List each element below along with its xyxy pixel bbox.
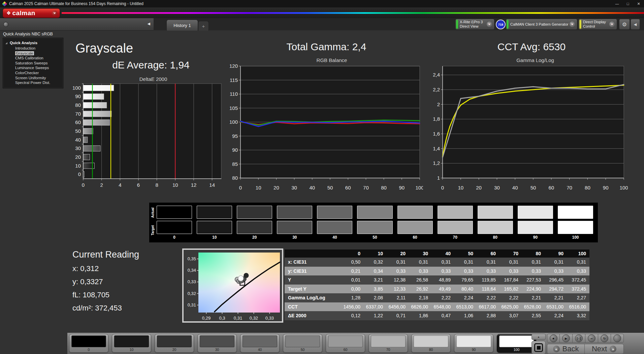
svg-text:50: 50 — [75, 128, 81, 134]
actual-swatch-80 — [478, 206, 513, 219]
tab-history-1[interactable]: History 1 — [166, 20, 198, 31]
minimize-icon[interactable]: — — [612, 0, 622, 7]
svg-text:85: 85 — [232, 161, 238, 167]
swatch-level-label: 30 — [277, 235, 312, 240]
sidebar-item-introduction[interactable]: Introduction — [3, 46, 63, 51]
actual-swatch-30 — [277, 206, 312, 219]
pattern-patch-20[interactable]: 20 — [155, 334, 194, 353]
next-button[interactable]: Next » — [585, 344, 624, 354]
pattern-patch-80[interactable]: 80 — [411, 334, 451, 353]
swatch-column-40: 40 — [317, 206, 352, 242]
add-tab-button[interactable]: + — [198, 21, 209, 31]
swatch-column-80: 80 — [478, 206, 513, 242]
current-reading-panel: Current Reading x: 0,312 y: 0,3327 fL: 1… — [72, 249, 139, 313]
indicator-button[interactable] — [611, 334, 624, 343]
swatch-column-60: 60 — [397, 206, 433, 242]
collapse-panel-icon[interactable]: ◀ — [631, 19, 640, 30]
loop-icon: ∞ — [588, 334, 595, 342]
svg-text:80: 80 — [232, 175, 238, 181]
meter-id-badge[interactable]: 718 — [496, 20, 506, 29]
swatch-level-label: 60 — [397, 235, 433, 240]
grayscale-data-table: 0102030405060708090100x: CIE310,500,320,… — [285, 249, 589, 320]
expander-icon[interactable] — [5, 42, 7, 44]
svg-text:10: 10 — [172, 182, 178, 188]
sidebar-item-screen-uniformity[interactable]: Screen Uniformity — [3, 76, 63, 81]
swatch-column-100: 100 — [558, 206, 593, 242]
maximize-icon[interactable]: □ — [622, 0, 633, 7]
actual-swatch-50 — [357, 206, 392, 219]
reading-cdm2: cd/m²: 372,453 — [72, 304, 139, 313]
svg-text:0,29: 0,29 — [202, 316, 211, 321]
close-icon[interactable]: ✕ — [633, 0, 644, 7]
current-reading-title: Current Reading — [72, 249, 139, 260]
swatch-column-90: 90 — [518, 206, 553, 242]
table-row: Target Y0,003,8512,3326,9249,4980,40118,… — [285, 285, 589, 294]
panel-collapse-icon[interactable]: ◀ — [148, 22, 150, 26]
pattern-generator-button[interactable]: CalMAN Client 3 Pattern Generator — [506, 19, 577, 30]
patch-window-button[interactable] — [532, 341, 546, 354]
pattern-patch-40[interactable]: 40 — [240, 334, 280, 353]
display-control-button[interactable]: Direct Display Control — [579, 19, 617, 30]
swatch-level-label: 10 — [197, 235, 232, 240]
sidebar-item-luminance-sweeps[interactable]: Luminance Sweeps — [3, 65, 63, 70]
stop-button[interactable]: ■ — [547, 334, 560, 343]
svg-text:0,34: 0,34 — [188, 268, 196, 273]
svg-text:0: 0 — [441, 185, 444, 190]
pattern-patch-60[interactable]: 60 — [326, 334, 365, 353]
pattern-patch-50[interactable]: 50 — [283, 334, 322, 353]
calman-menu-dropdown[interactable] — [52, 10, 57, 16]
target-swatch-50 — [357, 221, 392, 234]
sidebar-item-quick-analysis[interactable]: Quick Analysis — [3, 40, 63, 46]
pattern-patch-30[interactable]: 30 — [197, 334, 237, 353]
meter-status-bar — [456, 20, 458, 29]
back-button[interactable]: « Back — [547, 344, 585, 354]
meter-dropdown[interactable] — [487, 22, 492, 27]
sidebar-item-colorchecker[interactable]: ColorChecker — [3, 70, 63, 76]
display-control-dropdown[interactable] — [609, 22, 615, 27]
svg-text:4: 4 — [119, 182, 121, 188]
next-label: Next — [592, 345, 607, 353]
transport-controls: ■▶[··]∞↻ — [547, 334, 624, 343]
chart-title: RGB Balance — [224, 57, 423, 64]
cct-average-readout: CCT Avg: 6530 — [497, 41, 566, 53]
svg-text:100: 100 — [229, 119, 238, 125]
loop-button[interactable]: ∞ — [585, 334, 598, 343]
svg-text:0,33: 0,33 — [188, 279, 196, 284]
display-control-status-bar — [580, 20, 581, 29]
reading-y: y: 0,3327 — [72, 277, 139, 286]
refresh-button[interactable]: ↻ — [598, 334, 611, 343]
window-title: Calman 2025 Calman Ultimate for Business… — [9, 1, 143, 6]
pattern-patch-90[interactable]: 90 — [454, 334, 493, 353]
svg-text:0: 0 — [239, 185, 242, 190]
pattern-patch-0[interactable]: 0 — [69, 334, 108, 353]
calman-menu-button[interactable]: ❖ calman — [3, 8, 60, 18]
panel-pin-button[interactable] — [3, 22, 8, 27]
sidebar-item-grayscale[interactable]: Grayscale — [3, 51, 63, 56]
sidebar-item-cms-calibration[interactable]: CMS Calibration — [3, 56, 63, 61]
pattern-patch-100[interactable]: 100 — [497, 334, 536, 353]
actual-swatch-10 — [197, 206, 232, 219]
pattern-patch-70[interactable]: 70 — [368, 334, 408, 353]
tab-strip: ◀ History 1 + X-Rite i1Pro 3 Direct View… — [0, 18, 644, 30]
patch-size-up-button[interactable]: ▲ — [532, 334, 546, 340]
meter-device-button[interactable]: X-Rite i1Pro 3 Direct View — [455, 19, 494, 30]
play-button[interactable]: ▶ — [560, 334, 573, 343]
svg-text:80: 80 — [381, 185, 387, 190]
pattern-patch-10[interactable]: 10 — [112, 334, 151, 353]
chevron-down-icon — [488, 24, 491, 25]
swatch-level-label: 50 — [357, 235, 392, 240]
svg-text:70: 70 — [363, 185, 369, 190]
svg-text:0,33: 0,33 — [265, 316, 274, 321]
table-row: y: CIE310,210,340,330,330,330,330,330,33… — [285, 267, 589, 276]
sidebar-item-spectral-power-dist[interactable]: Spectral Power Dist. — [3, 80, 63, 85]
gamma-loglog-chart: Gamma Log/Log 11,21,41,61,822,22,4010203… — [426, 57, 628, 193]
pattern-window-button[interactable]: [··] — [573, 334, 585, 343]
pattern-generator-dropdown[interactable] — [570, 22, 575, 27]
sidebar-item-saturation-sweeps[interactable]: Saturation Sweeps — [3, 61, 63, 66]
chart-title: Gamma Log/Log — [426, 57, 628, 64]
svg-text:2: 2 — [100, 182, 103, 188]
target-swatch-30 — [277, 221, 312, 234]
settings-gear-icon[interactable]: ⚙ — [619, 19, 630, 30]
chevron-down-icon — [53, 12, 56, 14]
svg-text:110: 110 — [230, 91, 238, 97]
